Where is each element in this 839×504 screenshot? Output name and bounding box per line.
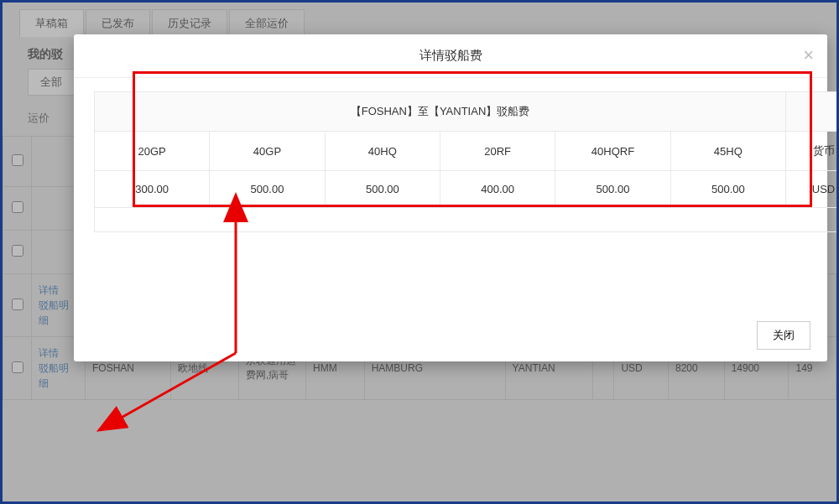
modal-title: 详情驳船费 — [420, 48, 482, 62]
close-button[interactable]: 关闭 — [757, 321, 810, 350]
close-icon[interactable]: × — [803, 46, 814, 65]
annotation-highlight-box — [133, 71, 812, 207]
